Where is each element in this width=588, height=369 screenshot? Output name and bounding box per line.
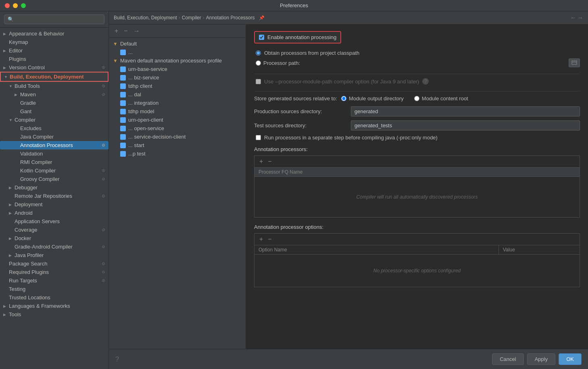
file-tree-item-label: ...p test	[128, 151, 146, 157]
module-output-radio[interactable]	[341, 96, 346, 101]
sidebar-item-java-profiler[interactable]: ▶ Java Profiler	[0, 251, 108, 259]
sidebar-item-package-search[interactable]: Package Search ⚙	[0, 259, 108, 268]
sidebar-item-required-plugins[interactable]: Required Plugins ⚙	[0, 268, 108, 276]
module-content-radio[interactable]	[414, 96, 419, 101]
sidebar-item-application-servers[interactable]: Application Servers	[0, 217, 108, 226]
file-tree-item-default-sub[interactable]: ...	[109, 48, 246, 56]
test-sources-input[interactable]	[351, 120, 580, 131]
apply-button[interactable]: Apply	[527, 353, 556, 365]
sidebar-item-label: Java Profiler	[15, 252, 44, 258]
annotation-processors-table: + − Processor FQ Name Compiler will run …	[254, 155, 580, 218]
expand-icon: ▶	[3, 66, 9, 70]
settings-icon: ⚙	[102, 177, 105, 181]
classpath-radio-label: Obtain processors from project classpath	[264, 50, 359, 56]
module-icon	[120, 134, 126, 140]
sidebar-item-plugins[interactable]: Plugins	[0, 55, 108, 63]
sidebar-search-container	[0, 11, 108, 28]
move-profile-button[interactable]: →	[132, 27, 142, 35]
file-tree-item-model[interactable]: tdhp model	[109, 107, 246, 116]
sidebar-item-label: Kotlin Compiler	[20, 168, 56, 174]
file-tree-item-default[interactable]: ▼ Default	[109, 39, 246, 48]
remove-option-button[interactable]: −	[266, 235, 273, 243]
module-path-checkbox[interactable]	[256, 79, 261, 84]
processor-source-group: Obtain processors from project classpath…	[254, 50, 580, 67]
production-sources-input[interactable]	[351, 106, 580, 116]
breadcrumb-item-3[interactable]: Annotation Processors	[206, 15, 255, 21]
sidebar-item-validation[interactable]: Validation	[0, 149, 108, 158]
sidebar-item-label: Application Servers	[15, 218, 60, 224]
sidebar-item-remote-jar[interactable]: Remote Jar Repositories ⚙	[0, 192, 108, 200]
sidebar-item-annotation-processors[interactable]: Annotation Processors ⚙	[0, 141, 108, 149]
sidebar-item-debugger[interactable]: ▶ Debugger	[0, 183, 108, 192]
sidebar-item-docker[interactable]: ▶ Docker	[0, 234, 108, 243]
file-tree-item-base-service[interactable]: urn-base-service	[109, 65, 246, 73]
remove-profile-button[interactable]: −	[122, 27, 129, 35]
module-icon	[120, 100, 126, 106]
add-option-button[interactable]: +	[258, 235, 265, 243]
add-processor-button[interactable]: +	[258, 158, 265, 166]
sidebar-item-version-control[interactable]: ▶ Version Control ⚙	[0, 63, 108, 72]
sidebar-item-gradle-android[interactable]: Gradle-Android Compiler ⚙	[0, 243, 108, 251]
annotation-options-empty-message: No processor-specific options configured	[373, 268, 461, 274]
search-input[interactable]	[4, 15, 104, 24]
sidebar-item-appearance-behavior[interactable]: ▶ Appearance & Behavior	[0, 29, 108, 38]
sidebar-item-kotlin-compiler[interactable]: Kotlin Compiler ⚙	[0, 166, 108, 175]
sidebar-item-tools[interactable]: ▶ Tools	[0, 310, 108, 319]
sidebar-item-trusted-locations[interactable]: Trusted Locations	[0, 293, 108, 302]
breadcrumb-item-2[interactable]: Compiler	[182, 15, 201, 21]
file-tree-item-dal[interactable]: ... dal	[109, 90, 246, 99]
sidebar-item-excludes[interactable]: Excludes	[0, 124, 108, 133]
sidebar-item-editor[interactable]: ▶ Editor	[0, 46, 108, 55]
enable-annotation-processing-checkbox[interactable]	[259, 35, 264, 40]
file-tree-item-open-service[interactable]: ... open-service	[109, 124, 246, 133]
sidebar-item-rmi-compiler[interactable]: RMI Compiler	[0, 158, 108, 166]
sidebar-item-testing[interactable]: Testing	[0, 285, 108, 293]
file-tree-item-integration[interactable]: ... integration	[109, 99, 246, 107]
sidebar-item-build-execution[interactable]: ▼ Build, Execution, Deployment	[0, 72, 108, 82]
sidebar-item-run-targets[interactable]: Run Targets ⚙	[0, 276, 108, 285]
classpath-radio[interactable]	[256, 50, 261, 56]
cancel-button[interactable]: Cancel	[492, 353, 523, 365]
browse-path-button[interactable]	[569, 58, 580, 67]
file-tree-item-biz-service[interactable]: ... biz-service	[109, 73, 246, 82]
option-name-header: Option Name	[254, 245, 499, 255]
remove-processor-button[interactable]: −	[266, 158, 273, 166]
sidebar-item-gradle[interactable]: Gradle	[0, 99, 108, 107]
annotation-processors-title: Annotation processors:	[254, 146, 580, 152]
sidebar-item-maven[interactable]: ▶ Maven ⚙	[0, 90, 108, 99]
sidebar-item-build-tools[interactable]: ▼ Build Tools ⚙	[0, 82, 108, 90]
breadcrumb-forward-button[interactable]: →	[578, 15, 583, 21]
module-icon	[120, 75, 126, 81]
run-separate-checkbox[interactable]	[256, 135, 261, 140]
file-tree-item-test[interactable]: ...p test	[109, 149, 246, 158]
add-profile-button[interactable]: +	[113, 27, 120, 35]
sidebar-item-label: Debugger	[15, 184, 38, 191]
sidebar-item-languages-frameworks[interactable]: ▶ Languages & Frameworks	[0, 302, 108, 310]
breadcrumb-nav: ← →	[570, 15, 583, 21]
module-icon	[120, 126, 126, 131]
file-tree-item-start[interactable]: ... start	[109, 141, 246, 149]
file-tree-item-client[interactable]: tdhp client	[109, 82, 246, 90]
sidebar-item-coverage[interactable]: Coverage ⚙	[0, 226, 108, 234]
file-tree-item-open-client[interactable]: urn-open-client	[109, 116, 246, 124]
sidebar-item-groovy-compiler[interactable]: Groovy Compiler ⚙	[0, 175, 108, 183]
sidebar-item-label: Trusted Locations	[9, 294, 50, 301]
annotation-processors-empty: Compiler will run all automatically disc…	[254, 177, 580, 217]
sidebar-item-gant[interactable]: Gant	[0, 107, 108, 116]
file-tree-item-maven-default[interactable]: ▼ Maven default annotation processors pr…	[109, 56, 246, 65]
settings-icon: ⚙	[102, 194, 105, 198]
close-button[interactable]	[5, 3, 10, 8]
sidebar-item-android[interactable]: ▶ Android	[0, 209, 108, 217]
sidebar-item-keymap[interactable]: Keymap	[0, 38, 108, 46]
breadcrumb-item-1[interactable]: Build, Execution, Deployment	[114, 15, 177, 21]
help-button[interactable]: ?	[115, 356, 119, 363]
file-tree-item-service-decision[interactable]: ... service-decision-client	[109, 133, 246, 141]
minimize-button[interactable]	[13, 3, 18, 8]
processor-path-radio[interactable]	[256, 60, 261, 66]
sidebar-item-deployment[interactable]: ▶ Deployment	[0, 200, 108, 209]
sidebar-item-java-compiler[interactable]: Java Compiler	[0, 133, 108, 141]
breadcrumb-back-button[interactable]: ←	[570, 15, 576, 21]
maximize-button[interactable]	[21, 3, 26, 8]
sidebar-item-compiler[interactable]: ▼ Compiler	[0, 116, 108, 124]
ok-button[interactable]: OK	[559, 353, 582, 365]
